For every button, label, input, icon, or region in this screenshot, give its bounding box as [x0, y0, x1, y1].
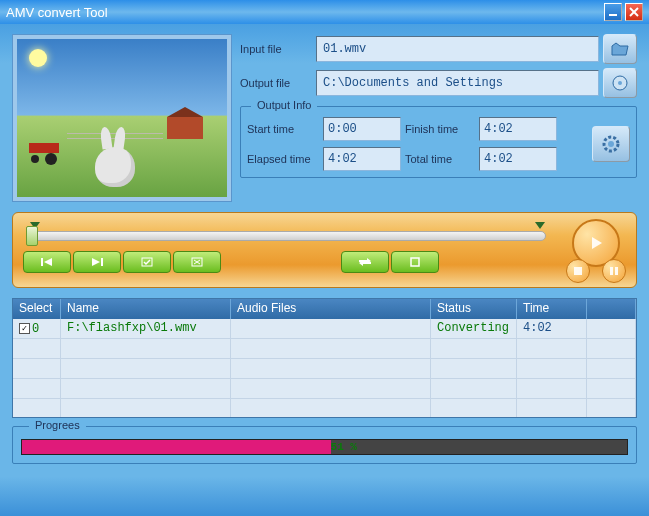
- table-row: [13, 399, 636, 418]
- seek-slider[interactable]: [29, 231, 546, 241]
- col-audio[interactable]: Audio Files: [231, 299, 431, 319]
- browse-output-button[interactable]: [603, 68, 637, 98]
- total-time-label: Total time: [405, 153, 475, 165]
- output-file-field[interactable]: C:\Documents and Settings: [316, 70, 599, 96]
- close-button[interactable]: [625, 3, 643, 21]
- finish-time-field[interactable]: 4:02: [479, 117, 557, 141]
- seek-thumb[interactable]: [26, 226, 38, 246]
- gear-icon: [601, 134, 621, 154]
- svg-point-4: [618, 81, 622, 85]
- folder-open-icon: [611, 42, 629, 56]
- table-row[interactable]: ✓0F:\flashfxp\01.wmvConverting4:02: [13, 319, 636, 339]
- output-info-group: Output Info Start time 0:00 Finish time …: [240, 106, 637, 178]
- svg-rect-0: [609, 14, 617, 16]
- elapsed-time-label: Elapsed time: [247, 153, 319, 165]
- elapsed-time-field: 4:02: [323, 147, 401, 171]
- video-preview: [12, 34, 232, 202]
- deselect-all-button[interactable]: [173, 251, 221, 273]
- play-icon: [588, 235, 604, 251]
- stop-convert-button[interactable]: [391, 251, 439, 273]
- col-name[interactable]: Name: [61, 299, 231, 319]
- progress-text: 51 %: [331, 440, 357, 454]
- input-file-field[interactable]: 01.wmv: [316, 36, 599, 62]
- pause-button[interactable]: [602, 259, 626, 283]
- minimize-button[interactable]: [604, 3, 622, 21]
- row-status: Converting: [431, 319, 517, 338]
- stop-icon: [574, 267, 582, 275]
- svg-rect-13: [411, 258, 419, 266]
- progress-bar: 51 %: [21, 439, 628, 455]
- svg-rect-8: [101, 258, 103, 266]
- svg-rect-7: [41, 258, 43, 266]
- output-file-label: Output file: [240, 77, 312, 89]
- total-time-field: 4:02: [479, 147, 557, 171]
- row-select[interactable]: ✓0: [13, 319, 61, 338]
- col-status[interactable]: Status: [431, 299, 517, 319]
- range-end-marker[interactable]: [535, 222, 545, 229]
- select-all-button[interactable]: [123, 251, 171, 273]
- table-row: [13, 359, 636, 379]
- col-time[interactable]: Time: [517, 299, 587, 319]
- settings-button[interactable]: [592, 126, 630, 162]
- pause-icon: [610, 267, 618, 275]
- table-row: [13, 339, 636, 359]
- convert-button[interactable]: [341, 251, 389, 273]
- browse-input-button[interactable]: [603, 34, 637, 64]
- file-list: Select Name Audio Files Status Time ✓0F:…: [12, 298, 637, 418]
- window-title: AMV convert Tool: [6, 5, 604, 20]
- titlebar: AMV convert Tool: [0, 0, 649, 24]
- col-select[interactable]: Select: [13, 299, 61, 319]
- start-time-field[interactable]: 0:00: [323, 117, 401, 141]
- output-info-legend: Output Info: [251, 99, 317, 111]
- finish-time-label: Finish time: [405, 123, 475, 135]
- svg-rect-15: [610, 267, 613, 275]
- disc-icon: [612, 75, 628, 91]
- svg-rect-14: [574, 267, 582, 275]
- table-row: [13, 379, 636, 399]
- row-time: 4:02: [517, 319, 587, 338]
- playback-panel: [12, 212, 637, 288]
- input-file-label: Input file: [240, 43, 312, 55]
- svg-point-6: [608, 141, 614, 147]
- row-audio: [231, 319, 431, 338]
- progress-group: Progrees 51 %: [12, 426, 637, 464]
- row-name: F:\flashfxp\01.wmv: [61, 319, 231, 338]
- stop-button[interactable]: [566, 259, 590, 283]
- mark-out-button[interactable]: [73, 251, 121, 273]
- mark-in-button[interactable]: [23, 251, 71, 273]
- svg-rect-16: [615, 267, 618, 275]
- progress-legend: Progrees: [29, 419, 86, 431]
- start-time-label: Start time: [247, 123, 319, 135]
